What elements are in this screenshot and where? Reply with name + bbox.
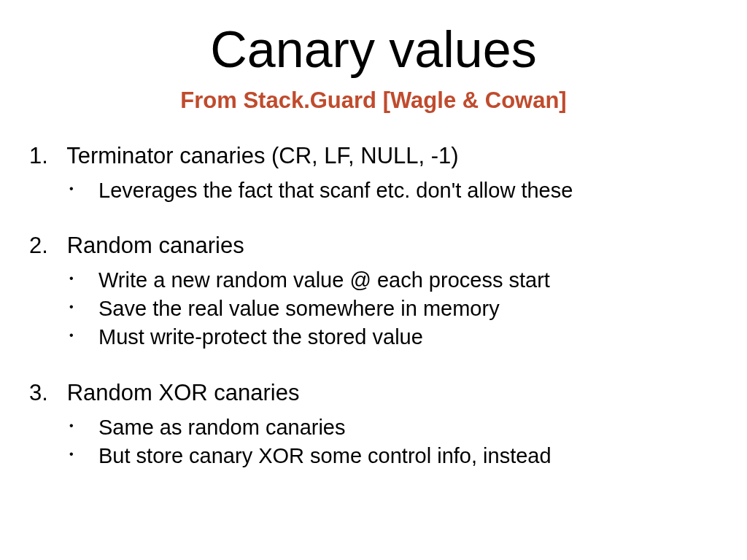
bullet-item: But store canary XOR some control info, … [69, 442, 732, 470]
sub-list: Write a new random value @ each process … [29, 266, 732, 351]
numbered-list: Terminator canaries (CR, LF, NULL, -1) L… [29, 143, 732, 470]
sub-list: Leverages the fact that scanf etc. don't… [29, 176, 732, 205]
item-heading: Terminator canaries (CR, LF, NULL, -1) [66, 143, 459, 168]
item-heading: Random XOR canaries [67, 380, 300, 405]
bullet-item: Leverages the fact that scanf etc. don't… [69, 176, 732, 205]
bullet-item: Must write-protect the stored value [69, 323, 732, 351]
item-heading: Random canaries [67, 233, 244, 258]
slide-subtitle: From Stack.Guard [Wagle & Cowan] [0, 88, 747, 114]
list-item: Terminator canaries (CR, LF, NULL, -1) L… [29, 143, 732, 205]
bullet-item: Write a new random value @ each process … [69, 266, 732, 295]
list-item: Random canaries Write a new random value… [29, 233, 732, 351]
sub-list: Same as random canaries But store canary… [29, 413, 732, 470]
slide-content: Terminator canaries (CR, LF, NULL, -1) L… [29, 143, 732, 470]
bullet-item: Same as random canaries [69, 413, 732, 442]
slide-title: Canary values [0, 0, 747, 79]
list-item: Random XOR canaries Same as random canar… [29, 380, 732, 470]
bullet-item: Save the real value somewhere in memory [69, 295, 732, 323]
slide: Canary values From Stack.Guard [Wagle & … [0, 0, 747, 560]
